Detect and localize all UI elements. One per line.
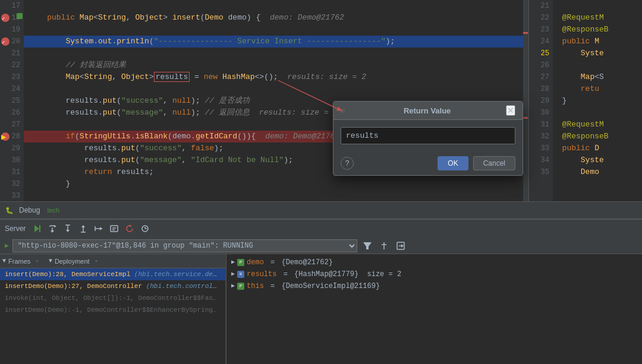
stack-frames-area: ▼ Frames • ▼ Deployment • insert(Demo):2… — [0, 254, 642, 364]
var-eq-results: = — [279, 268, 292, 280]
right-code-panel: 21 22 23 24 25 26 27 28 29 30 31 32 33 3… — [529, 0, 642, 201]
watch-button[interactable] — [139, 222, 152, 235]
frames-label: Frames — [8, 258, 30, 265]
line-gutter: 17 18 19 20 21 22 23 24 25 26 27 — [0, 0, 24, 201]
right-gutter-34: 34 — [529, 154, 553, 166]
debug-label: Debug — [19, 206, 40, 214]
var-expand-demo[interactable]: ▶ — [231, 257, 235, 268]
svg-marker-21 — [363, 242, 372, 249]
right-gutter-25: 25 — [529, 48, 553, 59]
right-gutter-35: 35 — [529, 166, 553, 178]
modal-ok-button[interactable]: OK — [438, 156, 468, 170]
svg-rect-14 — [111, 226, 118, 232]
right-gutter-32: 32 — [529, 131, 553, 143]
frame-method-0: insert(Demo):28, DemoServiceImpl — [5, 271, 134, 278]
gutter-line-28: 28 ▶ — [0, 131, 24, 143]
frames-header: ▼ Frames • ▼ Deployment • — [0, 254, 225, 268]
right-code-content: @RequestM @ResponseB public M Syste Map<… — [553, 0, 642, 201]
return-value-input[interactable] — [341, 127, 515, 144]
right-gutter: 21 22 23 24 25 26 27 28 29 30 31 32 33 3… — [529, 0, 553, 201]
thread-bar: ▶ "http-nio-8080-exec-17"@18,846 in grou… — [0, 238, 642, 254]
step-out-button[interactable] — [77, 222, 90, 235]
right-gutter-31: 31 — [529, 119, 553, 131]
svg-marker-26 — [401, 244, 404, 248]
debug-bar: 🐛 Debug tech — [0, 201, 642, 219]
right-code-26 — [553, 59, 642, 71]
var-val-results: {HashMap@21779} size = 2 — [294, 268, 401, 280]
gutter-line-25: 25 — [0, 95, 24, 107]
server-icon-18 — [17, 13, 23, 19]
breakpoint-20[interactable] — [1, 37, 10, 46]
deployment-expand-icon: • — [95, 258, 99, 265]
right-gutter-23: 23 — [529, 24, 553, 36]
right-code-29: } — [553, 95, 642, 107]
right-gutter-27: 27 — [529, 71, 553, 83]
resume-button[interactable] — [30, 222, 43, 235]
frame-item-2[interactable]: invoke(int, Object, Object[]):-1, DemoCo… — [0, 292, 225, 304]
right-code-32: @ResponseB — [553, 131, 642, 143]
reset-button[interactable] — [123, 222, 136, 235]
var-item-demo[interactable]: ▶ P demo = {Demo@21762} — [229, 257, 640, 268]
var-eq-demo: = — [266, 257, 279, 268]
code-line-20: System.out.println("---------------- Ser… — [24, 36, 528, 48]
frame-item-1[interactable]: insertDemo(Demo):27, DemoController (hbi… — [0, 280, 225, 292]
right-gutter-22: 22 — [529, 12, 553, 24]
gutter-line-27: 27 — [0, 119, 24, 131]
svg-marker-4 — [51, 230, 54, 233]
step-into-button[interactable] — [61, 222, 74, 235]
code-line-19 — [24, 24, 528, 36]
var-item-results[interactable]: ▶ ≡ results = {HashMap@21779} size = 2 — [229, 268, 640, 280]
gutter-line-23: 23 — [0, 71, 24, 83]
modal-body — [333, 120, 523, 151]
right-gutter-24: 24 — [529, 36, 553, 48]
evaluate-button[interactable] — [108, 222, 121, 235]
thread-selector[interactable]: "http-nio-8080-exec-17"@18,846 in group … — [12, 239, 357, 252]
var-expand-results[interactable]: ▶ — [231, 268, 235, 280]
thread-export-btn[interactable] — [394, 239, 407, 252]
var-expand-this[interactable]: ▶ — [231, 280, 235, 292]
right-code-31: @RequestM — [553, 119, 642, 131]
thread-pin-btn[interactable] — [377, 239, 391, 252]
scroll-pos-1 — [523, 32, 528, 34]
frame-item-0[interactable]: insert(Demo):28, DemoServiceImpl (hbi.te… — [0, 268, 225, 280]
gutter-line-24: 24 — [0, 83, 24, 95]
var-icon-demo: P — [237, 259, 244, 266]
deployment-arrow[interactable]: ▼ — [49, 258, 52, 264]
right-code-33: public D — [553, 143, 642, 154]
svg-marker-17 — [130, 224, 132, 227]
var-name-this: this — [247, 280, 264, 292]
thread-filter-btn[interactable] — [361, 239, 374, 252]
step-over-button[interactable] — [46, 222, 59, 235]
debug-tab-tech[interactable]: tech — [47, 207, 59, 214]
run-to-cursor-button[interactable] — [92, 222, 105, 235]
right-code-35: Demo — [553, 166, 642, 178]
gutter-line-18: 18 — [0, 12, 24, 24]
right-code-21 — [553, 0, 642, 12]
gutter-line-19: 19 — [0, 24, 24, 36]
frame-location-0: (hbi.tech.service.demo.impl) — [134, 271, 225, 278]
code-line-32: } — [24, 178, 528, 190]
frames-expand-arrow[interactable]: ▼ — [2, 258, 6, 264]
code-line-23: Map<String, Object>results = new HashMap… — [24, 71, 528, 83]
var-icon-results: ≡ — [237, 271, 244, 278]
gutter-line-26: 26 — [0, 107, 24, 119]
var-icon-this: P — [237, 283, 244, 290]
modal-help-button[interactable]: ? — [341, 157, 354, 170]
code-line-17 — [24, 0, 528, 12]
debug-icon[interactable]: 🐛 — [5, 205, 14, 215]
right-gutter-26: 26 — [529, 59, 553, 71]
right-code-23: @ResponseB — [553, 24, 642, 36]
modal-close-button[interactable]: ✕ — [506, 105, 515, 116]
breakpoint-18[interactable] — [1, 14, 10, 22]
right-scrollbar[interactable] — [523, 0, 528, 201]
modal-title: Return Value — [404, 106, 451, 115]
right-gutter-21: 21 — [529, 0, 553, 12]
frame-method-1: insertDemo(Demo):27, DemoController — [5, 283, 146, 290]
right-code-22: @RequestM — [553, 12, 642, 24]
modal-cancel-button[interactable]: Cancel — [473, 156, 515, 170]
code-line-21 — [24, 48, 528, 59]
frame-item-3[interactable]: insertDemo(Demo):-1, DemoController$$Enh… — [0, 304, 225, 316]
thread-running-icon: ▶ — [5, 242, 9, 249]
var-item-this[interactable]: ▶ P this = {DemoServiceImpl@21169} — [229, 280, 640, 292]
gutter-line-33: 33 — [0, 190, 24, 201]
